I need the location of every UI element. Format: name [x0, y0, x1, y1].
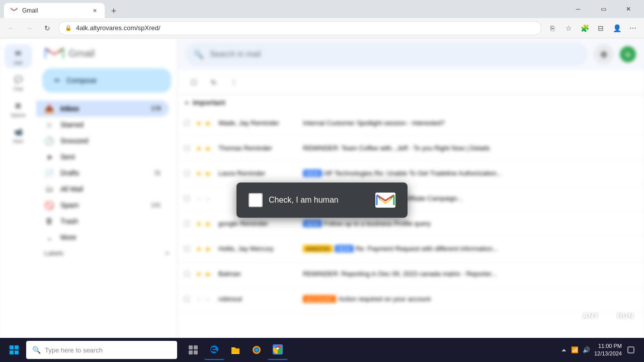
share-icon[interactable]: ⎘: [545, 21, 559, 35]
row-checkbox[interactable]: ☐: [182, 244, 192, 254]
battery-icon[interactable]: ⏶: [561, 346, 567, 353]
table-row[interactable]: ☐ ★ ▶ Hollis, Jay Mercury AMAZONNEWRe: P…: [178, 236, 644, 261]
labels-add-icon[interactable]: +: [165, 249, 169, 257]
sidebar-item-snoozed[interactable]: 🕐 Snoozed: [36, 133, 169, 149]
star-icon[interactable]: ★: [196, 119, 202, 127]
search-input[interactable]: [210, 50, 580, 59]
snoozed-label: Snoozed: [60, 137, 161, 145]
settings-button[interactable]: ⚙: [594, 44, 614, 64]
row-checkbox[interactable]: ☐: [182, 269, 192, 279]
profile-icon[interactable]: 👤: [610, 21, 624, 35]
network-icon[interactable]: 📶: [571, 346, 579, 353]
email-tag: AMAZON: [303, 245, 333, 252]
spam-label: Spam: [60, 201, 145, 209]
row-checkbox[interactable]: ☐: [182, 219, 192, 229]
table-row[interactable]: ☐ ☆ ▷ robinout ACCOUNTAction required on…: [178, 287, 644, 312]
star-icon[interactable]: ★: [196, 169, 202, 177]
captcha-checkbox[interactable]: [249, 193, 263, 207]
split-view-icon[interactable]: ⊟: [594, 21, 608, 35]
refresh-button[interactable]: ↻: [40, 21, 54, 35]
email-subject: REMINDER: Reporting in Dec 09, 2023 cana…: [303, 270, 640, 278]
forward-button[interactable]: →: [22, 21, 36, 35]
row-checkbox[interactable]: ☐: [182, 143, 192, 153]
menu-icon[interactable]: ⋯: [626, 21, 640, 35]
svg-rect-14: [189, 350, 193, 354]
time-display: 11:00 PM: [594, 342, 622, 350]
star-icon[interactable]: ★: [196, 245, 202, 253]
row-checkbox[interactable]: ☐: [182, 194, 192, 204]
select-all-btn[interactable]: ☐: [186, 74, 202, 90]
start-button[interactable]: [4, 340, 24, 360]
inbox-label: Inbox: [60, 105, 145, 113]
nav-icon-spaces[interactable]: ⊞ Spaces: [4, 97, 32, 121]
sidebar-item-trash[interactable]: 🗑 Trash: [36, 213, 169, 229]
drafts-label: Drafts: [60, 169, 148, 177]
taskbar-search-placeholder: Type here to search: [45, 346, 103, 354]
gmail-logo-icon: [44, 46, 64, 60]
spaces-icon: ⊞: [12, 100, 24, 112]
taskbar-files[interactable]: [225, 340, 246, 360]
star-icon[interactable]: ☆: [196, 195, 202, 203]
star-icon[interactable]: ★: [196, 144, 202, 152]
star-icon[interactable]: ☆: [196, 295, 202, 303]
compose-button[interactable]: ✏ Compose: [42, 68, 171, 93]
svg-rect-1: [44, 46, 64, 60]
row-checkbox[interactable]: ☐: [182, 118, 192, 128]
minimize-button[interactable]: ─: [567, 2, 590, 17]
date-display: 12/13/2024: [594, 350, 622, 357]
maximize-button[interactable]: ▭: [592, 2, 615, 17]
svg-marker-6: [605, 313, 611, 319]
table-row[interactable]: ☐ ★ ▶ Wade, Jay Reminder Internal Custom…: [178, 111, 644, 136]
taskbar-firefox[interactable]: [247, 340, 267, 360]
svg-rect-8: [10, 345, 14, 349]
row-checkbox[interactable]: ☐: [182, 294, 192, 304]
new-tab-button[interactable]: +: [107, 4, 121, 18]
sidebar-item-sent[interactable]: ➤ Sent: [36, 149, 169, 165]
taskbar-edge[interactable]: [204, 340, 224, 360]
taskbar-app-icons: [183, 340, 288, 360]
email-sender: Thomas Reminder: [218, 144, 299, 152]
taskbar-task-view[interactable]: [183, 340, 203, 360]
table-row[interactable]: ☐ ★ ▶ Batman REMINDER: Reporting in Dec …: [178, 261, 644, 287]
sidebar-item-more[interactable]: ⌄ More: [36, 229, 169, 245]
extensions-icon[interactable]: 🧩: [578, 21, 592, 35]
taskbar-chrome[interactable]: [268, 340, 288, 360]
more-options-btn[interactable]: ⋮: [226, 74, 242, 90]
anyrun-watermark: ANY RUN: [558, 310, 634, 322]
row-checkbox[interactable]: ☐: [182, 168, 192, 178]
bookmark-icon[interactable]: ☆: [561, 21, 576, 35]
drafts-count: 31: [154, 169, 161, 176]
gmail-search-bar: 🔍 ⚙ G: [178, 38, 644, 70]
taskbar-search-icon: 🔍: [32, 346, 41, 354]
avatar[interactable]: G: [620, 46, 636, 62]
table-row[interactable]: ☐ ★ ▶ Thomas Reminder REMINDER: Team Cof…: [178, 136, 644, 161]
volume-icon[interactable]: 🔊: [583, 346, 590, 353]
nav-icon-mail[interactable]: ✉ Mail: [4, 44, 32, 68]
search-container[interactable]: 🔍: [186, 43, 588, 66]
email-list: ☐ ★ ▶ Wade, Jay Reminder Internal Custom…: [178, 111, 644, 362]
back-button[interactable]: ←: [4, 21, 18, 35]
sidebar-item-starred[interactable]: ☆ Starred: [36, 117, 169, 133]
refresh-emails-btn[interactable]: ↻: [206, 74, 222, 90]
url-bar[interactable]: 🔒 4alk.altyrovares.com/spXred/: [58, 21, 541, 35]
sidebar-item-inbox[interactable]: 📥 Inbox 178: [36, 101, 169, 117]
star-icon[interactable]: ★: [196, 220, 202, 228]
nav-icon-meet[interactable]: 📹 Meet: [4, 123, 32, 147]
section-arrow-icon[interactable]: ▸: [186, 99, 189, 106]
email-subject: NEWFollow up to a business Profile query: [303, 220, 640, 227]
page-content: ✉ Mail 💬 Chat ⊞ Spaces 📹 Meet: [0, 38, 644, 362]
active-tab[interactable]: Gmail ✕: [4, 3, 105, 18]
taskbar-time[interactable]: 11:00 PM 12/13/2024: [594, 342, 622, 358]
tab-close-btn[interactable]: ✕: [91, 7, 99, 15]
star-icon[interactable]: ★: [196, 270, 202, 278]
sent-icon: ➤: [44, 152, 54, 162]
taskbar-search-bar[interactable]: 🔍 Type here to search: [26, 341, 177, 359]
sidebar-item-drafts[interactable]: 📄 Drafts 31: [36, 165, 169, 181]
close-button[interactable]: ✕: [617, 2, 640, 17]
nav-icon-chat[interactable]: 💬 Chat: [4, 70, 32, 95]
sidebar-item-allmail[interactable]: 🗂 All Mail: [36, 181, 169, 197]
sidebar-item-spam[interactable]: 🚫 Spam 141: [36, 197, 169, 213]
notification-icon[interactable]: [626, 345, 636, 355]
nav-chat-label: Chat: [13, 86, 23, 92]
gmail-nav-icons: ✉ Mail 💬 Chat ⊞ Spaces 📹 Meet: [0, 38, 36, 362]
